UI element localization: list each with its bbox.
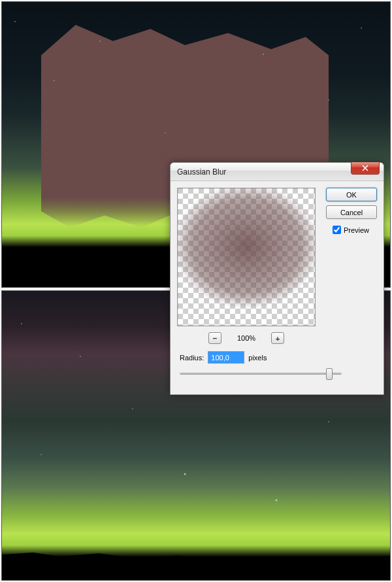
cancel-label: Cancel bbox=[340, 209, 363, 216]
preview-checkbox-row[interactable]: Preview bbox=[333, 226, 369, 234]
plus-icon: + bbox=[276, 334, 280, 343]
minus-icon: − bbox=[213, 334, 218, 343]
radius-slider[interactable] bbox=[180, 367, 342, 380]
preview-checkbox[interactable] bbox=[333, 226, 341, 234]
close-icon bbox=[362, 165, 368, 171]
close-button[interactable] bbox=[351, 162, 380, 175]
radius-label: Radius: bbox=[180, 354, 204, 362]
slider-thumb[interactable] bbox=[326, 368, 333, 380]
buttons-column: OK Cancel Preview bbox=[322, 188, 377, 346]
zoom-level: 100% bbox=[233, 334, 259, 342]
radius-unit: pixels bbox=[248, 354, 267, 362]
ok-button[interactable]: OK bbox=[326, 188, 377, 201]
slider-track bbox=[180, 373, 342, 375]
gaussian-blur-dialog: Gaussian Blur − 100% + OK bbox=[170, 162, 384, 395]
ok-label: OK bbox=[346, 191, 357, 199]
dialog-body: − 100% + OK Cancel Preview bbox=[171, 181, 384, 352]
cancel-button[interactable]: Cancel bbox=[326, 205, 377, 219]
filter-preview[interactable] bbox=[177, 188, 316, 326]
zoom-in-button[interactable]: + bbox=[271, 332, 284, 344]
dialog-titlebar[interactable]: Gaussian Blur bbox=[171, 163, 384, 181]
dialog-title: Gaussian Blur bbox=[177, 167, 226, 177]
preview-checkbox-label: Preview bbox=[344, 226, 369, 234]
radius-input[interactable] bbox=[208, 351, 244, 364]
zoom-out-button[interactable]: − bbox=[208, 332, 221, 344]
preview-column: − 100% + bbox=[177, 188, 316, 346]
radius-row: Radius: pixels bbox=[180, 351, 267, 364]
zoom-controls: − 100% + bbox=[177, 330, 316, 346]
